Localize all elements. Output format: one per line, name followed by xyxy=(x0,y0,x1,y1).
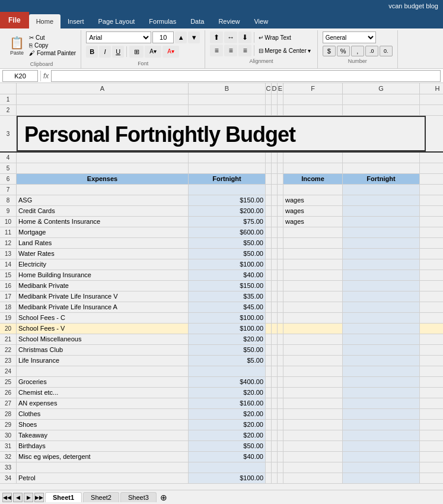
cell-c[interactable] xyxy=(266,366,272,376)
cell[interactable] xyxy=(266,185,272,195)
cell[interactable] xyxy=(278,105,283,115)
cell-h[interactable] xyxy=(420,195,443,205)
cell-g[interactable] xyxy=(343,430,420,440)
cell-g[interactable] xyxy=(343,324,420,334)
cell[interactable] xyxy=(266,105,272,115)
cell-b[interactable]: $150.00 xyxy=(189,281,266,291)
align-left-button[interactable]: ≡ xyxy=(210,45,223,56)
cell[interactable] xyxy=(283,105,343,115)
cell-c[interactable] xyxy=(266,249,272,259)
cell-c[interactable] xyxy=(266,238,272,248)
cell[interactable] xyxy=(283,163,343,173)
tab-formulas[interactable]: Formulas xyxy=(142,14,183,28)
cell-h[interactable] xyxy=(420,270,443,280)
cell-a[interactable]: Chemist etc... xyxy=(17,388,189,398)
cell-g[interactable] xyxy=(343,420,420,430)
cell-h[interactable] xyxy=(420,281,443,291)
cell-a[interactable]: Medibank Private xyxy=(17,281,189,291)
cell-e[interactable] xyxy=(278,462,283,473)
cell[interactable] xyxy=(266,153,272,163)
cell[interactable] xyxy=(266,174,272,184)
cell-c[interactable] xyxy=(266,281,272,291)
cell[interactable] xyxy=(272,185,278,195)
cell-b[interactable]: $100.00 xyxy=(189,259,266,270)
cell-g[interactable] xyxy=(343,334,420,344)
fortnight-header[interactable]: Fortnight xyxy=(189,174,266,184)
cell[interactable] xyxy=(17,94,189,104)
cell-c[interactable] xyxy=(266,409,272,419)
cell-b[interactable]: $45.00 xyxy=(189,302,266,312)
cell-e[interactable] xyxy=(278,238,283,248)
cell-d[interactable] xyxy=(272,195,278,205)
cell-c[interactable] xyxy=(266,345,272,355)
cell-e[interactable] xyxy=(278,217,283,227)
font-size-input[interactable] xyxy=(152,31,174,43)
col-header-G[interactable]: G xyxy=(343,83,420,94)
cell-e[interactable] xyxy=(278,430,283,440)
cell-c[interactable] xyxy=(266,356,272,366)
cell-h[interactable] xyxy=(420,249,443,259)
cell-c[interactable] xyxy=(266,217,272,227)
cell-c[interactable] xyxy=(266,259,272,270)
cell-b[interactable] xyxy=(189,462,266,473)
cell-d[interactable] xyxy=(272,452,278,462)
sheet-nav-first[interactable]: ◀◀ xyxy=(2,493,12,502)
cell[interactable] xyxy=(343,105,420,115)
cell-g[interactable] xyxy=(343,281,420,291)
tab-file[interactable]: File xyxy=(0,12,29,28)
bold-button[interactable]: B xyxy=(86,46,98,58)
cell-a[interactable]: Misc eg wipes, detergent xyxy=(17,452,189,462)
cell[interactable] xyxy=(189,105,266,115)
cell-g[interactable] xyxy=(343,345,420,355)
align-middle-button[interactable]: ↔ xyxy=(224,31,237,43)
cut-button[interactable]: ✂ Cut xyxy=(28,34,77,42)
cell-b[interactable]: $600.00 xyxy=(189,227,266,237)
cell-g[interactable] xyxy=(343,217,420,227)
cell-e[interactable] xyxy=(278,281,283,291)
cell-a[interactable]: School Miscellaneous xyxy=(17,334,189,344)
cell-c[interactable] xyxy=(266,430,272,440)
cell-d[interactable] xyxy=(272,302,278,312)
cell[interactable] xyxy=(283,185,343,195)
align-bottom-button[interactable]: ⬇ xyxy=(238,31,251,43)
merge-center-button[interactable]: ⊟ Merge & Center ▾ xyxy=(257,47,313,55)
income-header[interactable]: Income xyxy=(283,174,343,184)
cell-c[interactable] xyxy=(266,227,272,237)
cell-d[interactable] xyxy=(272,291,278,302)
cell-b[interactable]: $100.00 xyxy=(189,324,266,334)
currency-button[interactable]: $ xyxy=(323,46,336,56)
cell-c[interactable] xyxy=(266,473,272,483)
cell-e[interactable] xyxy=(278,195,283,205)
cell-e[interactable] xyxy=(278,377,283,387)
cell[interactable] xyxy=(266,163,272,173)
cell-h[interactable] xyxy=(420,430,443,440)
cell-b[interactable]: $20.00 xyxy=(189,388,266,398)
cell-d[interactable] xyxy=(272,430,278,440)
cell-f[interactable] xyxy=(283,324,343,334)
cell-h[interactable] xyxy=(420,206,443,216)
cell-g[interactable] xyxy=(343,259,420,270)
cell[interactable] xyxy=(266,94,272,104)
cell-f[interactable] xyxy=(283,281,343,291)
cell[interactable] xyxy=(17,153,189,163)
cell-d[interactable] xyxy=(272,259,278,270)
cell-f[interactable] xyxy=(283,366,343,376)
cell-c[interactable] xyxy=(266,324,272,334)
cell-g[interactable] xyxy=(343,473,420,483)
cell-h[interactable] xyxy=(420,452,443,462)
cell[interactable] xyxy=(17,185,189,195)
percent-button[interactable]: % xyxy=(337,46,350,56)
cell-c[interactable] xyxy=(266,398,272,408)
cell-h[interactable] xyxy=(420,302,443,312)
cell-e[interactable] xyxy=(278,473,283,483)
cell-e[interactable] xyxy=(278,227,283,237)
cell-e[interactable] xyxy=(278,302,283,312)
font-name-select[interactable]: Arial Calibri Times New Roman xyxy=(86,31,151,43)
cell[interactable] xyxy=(17,105,189,115)
cell-a[interactable]: Electricity xyxy=(17,259,189,270)
cell-h[interactable] xyxy=(420,227,443,237)
cell-e[interactable] xyxy=(278,366,283,376)
cell[interactable] xyxy=(343,94,420,104)
cell-h[interactable] xyxy=(420,420,443,430)
cell[interactable] xyxy=(278,174,283,184)
